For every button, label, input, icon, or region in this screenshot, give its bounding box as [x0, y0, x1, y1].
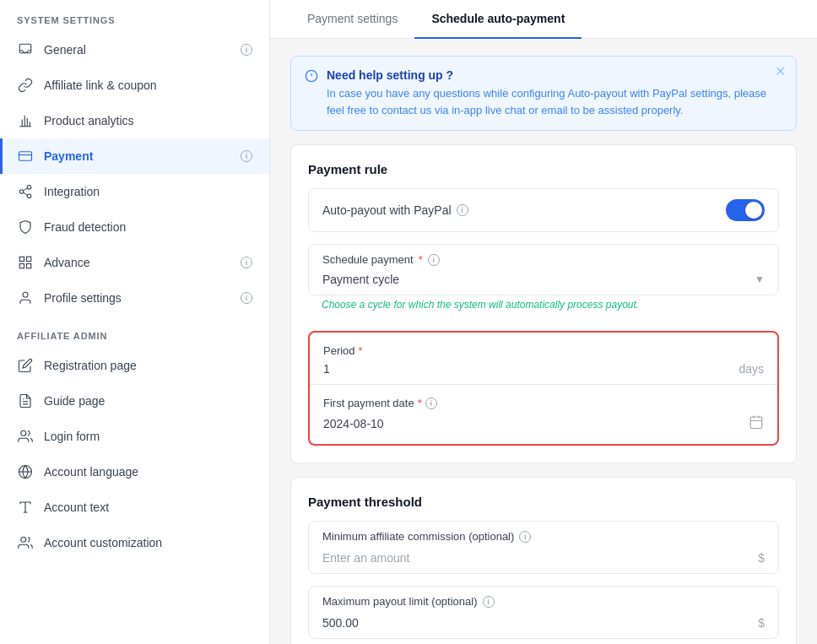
schedule-payment-header: Schedule payment * i — [309, 245, 778, 269]
shield-icon — [17, 219, 34, 235]
max-payout-row: Maximum payout limit (optional) i 500.00… — [308, 586, 779, 639]
schedule-hint: Choose a cycle for which the system will… — [308, 299, 779, 319]
alert-info-icon — [305, 69, 318, 85]
tab-payment-settings[interactable]: Payment settings — [290, 0, 414, 39]
inbox-icon — [17, 41, 34, 58]
sidebar-item-profile-settings[interactable]: Profile settings i — [0, 280, 269, 316]
general-info-icon[interactable]: i — [241, 44, 252, 56]
schedule-info-icon[interactable]: i — [428, 254, 440, 266]
max-payout-dollar-icon: $ — [758, 616, 765, 630]
edit-icon — [17, 357, 34, 374]
first-payment-label-row: First payment date * i — [323, 397, 764, 409]
schedule-required-star: * — [419, 253, 423, 266]
alert-content: Need help setting up ? In case you have … — [327, 68, 782, 118]
main-content: Payment settings Schedule auto-payment N… — [270, 0, 817, 644]
svg-point-2 — [27, 186, 31, 190]
schedule-payment-value-row: Payment cycle ▼ — [309, 269, 778, 295]
svg-rect-0 — [19, 44, 31, 53]
chart-icon — [17, 112, 34, 129]
sidebar-item-advance[interactable]: Advance i — [0, 245, 269, 280]
profile-info-icon[interactable]: i — [241, 292, 252, 304]
payment-threshold-card: Payment threshold Minimum affiliate comm… — [290, 477, 797, 644]
sidebar-item-analytics-label: Product analytics — [44, 114, 252, 127]
first-payment-section: First payment date * i 2024-08-10 — [310, 385, 777, 444]
sidebar-item-general[interactable]: General i — [0, 32, 269, 68]
period-required-star: * — [359, 344, 363, 357]
alert-box: Need help setting up ? In case you have … — [290, 56, 797, 131]
sidebar-item-integration-label: Integration — [44, 185, 252, 198]
sidebar-item-registration-page[interactable]: Registration page — [0, 348, 269, 383]
svg-point-12 — [21, 430, 26, 436]
svg-rect-1 — [19, 152, 32, 161]
customization-icon — [17, 534, 34, 551]
schedule-caret-icon: ▼ — [755, 273, 765, 285]
svg-point-4 — [27, 194, 31, 198]
sidebar-item-account-text[interactable]: Account text — [0, 490, 269, 525]
card-icon — [17, 148, 34, 165]
schedule-payment-value: Payment cycle — [322, 273, 399, 286]
integration-icon — [17, 183, 34, 200]
auto-payout-toggle[interactable] — [726, 199, 765, 221]
payment-info-icon[interactable]: i — [241, 150, 252, 162]
payment-rule-title: Payment rule — [308, 162, 779, 176]
max-payout-value: 500.00 — [322, 616, 359, 630]
first-payment-label: First payment date — [323, 397, 414, 409]
svg-rect-7 — [19, 264, 24, 268]
toggle-knob — [745, 202, 762, 219]
first-payment-value: 2024-08-10 — [323, 417, 384, 430]
sidebar-item-payment-label: Payment — [44, 149, 230, 163]
auto-payout-info-icon[interactable]: i — [457, 204, 468, 216]
min-commission-dollar-icon: $ — [758, 551, 765, 565]
text-icon — [17, 499, 34, 516]
svg-point-9 — [23, 292, 28, 297]
period-section: Period * 1 days — [310, 333, 777, 385]
svg-rect-5 — [19, 257, 24, 261]
sidebar-item-account-text-label: Account text — [44, 501, 252, 514]
svg-rect-6 — [27, 257, 31, 261]
system-settings-section-title: SYSTEM SETTINGS — [0, 0, 269, 32]
sidebar-item-fraud-detection[interactable]: Fraud detection — [0, 209, 269, 245]
max-payout-label: Maximum payout limit (optional) — [322, 595, 478, 608]
period-card: Period * 1 days First payment date * i — [308, 331, 779, 446]
sidebar-item-general-label: General — [44, 43, 230, 57]
period-value-row: 1 days — [323, 362, 764, 376]
max-payout-body: 500.00 $ — [309, 613, 778, 638]
tab-schedule-auto-payment[interactable]: Schedule auto-payment — [414, 0, 582, 39]
payment-rule-card: Payment rule Auto-payout with PayPal i S… — [290, 144, 797, 463]
first-payment-required-star: * — [418, 397, 422, 409]
payment-threshold-title: Payment threshold — [308, 495, 779, 509]
alert-title: Need help setting up ? — [327, 68, 782, 82]
sidebar-item-login-form[interactable]: Login form — [0, 419, 269, 454]
auto-payout-row: Auto-payout with PayPal i — [308, 188, 779, 232]
period-unit: days — [739, 362, 764, 376]
svg-rect-8 — [27, 264, 31, 268]
schedule-payment-select-row[interactable]: Schedule payment * i Payment cycle ▼ — [308, 244, 779, 295]
sidebar-item-account-language[interactable]: Account language — [0, 454, 269, 490]
auto-payout-label-group: Auto-payout with PayPal i — [322, 203, 468, 217]
sidebar-item-profile-label: Profile settings — [44, 291, 230, 305]
calendar-icon[interactable] — [749, 414, 764, 432]
period-label: Period — [323, 344, 355, 357]
min-commission-row: Minimum affiliate commission (optional) … — [308, 521, 779, 574]
tabs-bar: Payment settings Schedule auto-payment — [270, 0, 817, 39]
sidebar-item-payment[interactable]: Payment i — [0, 138, 269, 174]
sidebar-item-guide-page[interactable]: Guide page — [0, 383, 269, 419]
grid-icon — [17, 254, 34, 271]
advance-info-icon[interactable]: i — [241, 257, 252, 268]
sidebar-item-account-customization[interactable]: Account customization — [0, 525, 269, 560]
min-commission-label: Minimum affiliate commission (optional) — [322, 530, 514, 543]
first-payment-info-icon[interactable]: i — [425, 398, 437, 409]
globe-icon — [17, 463, 34, 480]
max-payout-header: Maximum payout limit (optional) i — [309, 587, 778, 613]
sidebar-item-integration[interactable]: Integration — [0, 174, 269, 209]
svg-rect-20 — [750, 417, 762, 429]
max-payout-info-icon[interactable]: i — [483, 596, 495, 608]
sidebar: SYSTEM SETTINGS General i Affiliate link… — [0, 0, 270, 644]
min-commission-info-icon[interactable]: i — [519, 531, 531, 543]
alert-close-button[interactable]: ✕ — [775, 65, 786, 78]
sidebar-item-affiliate-link-coupon[interactable]: Affiliate link & coupon — [0, 68, 269, 103]
doc-icon — [17, 392, 34, 409]
sidebar-item-product-analytics[interactable]: Product analytics — [0, 103, 269, 138]
sidebar-item-affiliate-label: Affiliate link & coupon — [44, 78, 252, 92]
sidebar-item-fraud-label: Fraud detection — [44, 220, 252, 234]
